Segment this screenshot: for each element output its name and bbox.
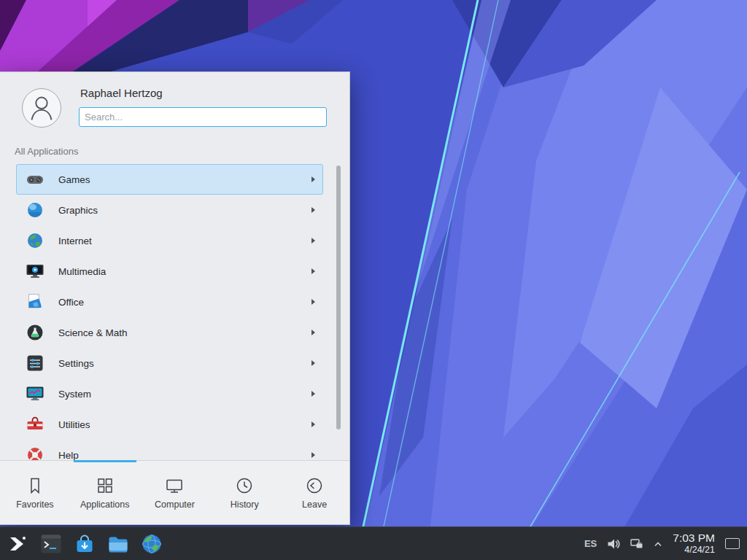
category-label: Utilities — [58, 419, 90, 430]
tab-label: Leave — [302, 499, 327, 510]
search-input[interactable] — [79, 107, 327, 127]
system-icon — [26, 384, 44, 403]
submenu-arrow-icon — [311, 421, 315, 427]
clock-date: 4/24/21 — [673, 545, 715, 556]
tab-favorites[interactable]: Favorites — [0, 461, 70, 524]
system-tray: ES — [584, 532, 747, 556]
category-label: Science & Math — [58, 327, 128, 338]
tab-leave[interactable]: Leave — [279, 461, 349, 524]
tab-label: Applications — [80, 499, 129, 510]
category-games[interactable]: Games — [16, 164, 323, 195]
category-label: Office — [58, 297, 84, 308]
digital-clock[interactable]: 7:03 PM 4/24/21 — [673, 532, 715, 556]
category-help[interactable]: Help — [16, 440, 323, 460]
category-label: Internet — [58, 236, 92, 246]
category-graphics[interactable]: Graphics — [16, 195, 323, 225]
tab-label: Favorites — [16, 499, 53, 510]
help-icon — [26, 446, 44, 460]
tab-computer[interactable]: Computer — [140, 461, 210, 524]
application-launcher-icon[interactable] — [6, 532, 29, 556]
computer-icon — [164, 475, 185, 496]
submenu-arrow-icon — [311, 268, 315, 274]
file-manager-icon[interactable] — [107, 532, 130, 556]
web-browser-icon[interactable] — [140, 532, 163, 556]
application-launcher-menu: Raphael Hertzog All Applications Game — [0, 71, 350, 525]
category-label: Help — [58, 450, 79, 461]
user-name: Raphael Hertzog — [80, 87, 163, 99]
terminal-icon[interactable] — [39, 532, 63, 556]
keyboard-layout-indicator[interactable]: ES — [584, 538, 597, 549]
wired-network-icon[interactable] — [630, 537, 643, 551]
office-icon — [26, 292, 44, 311]
tab-applications[interactable]: Applications — [70, 461, 140, 524]
submenu-arrow-icon — [311, 452, 315, 458]
category-system[interactable]: System — [16, 378, 323, 409]
software-center-icon[interactable] — [73, 532, 96, 556]
category-label: Games — [58, 174, 90, 185]
submenu-arrow-icon — [311, 299, 315, 305]
category-settings[interactable]: Settings — [16, 348, 323, 378]
internet-icon — [26, 231, 44, 250]
category-office[interactable]: Office — [16, 287, 323, 317]
tab-label: History — [231, 499, 259, 510]
scrollbar[interactable] — [336, 166, 341, 429]
category-science-math[interactable]: Science & Math — [16, 317, 323, 348]
category-label: Settings — [58, 358, 94, 369]
tab-history[interactable]: History — [209, 461, 279, 524]
category-list: Games Graphics — [0, 160, 349, 460]
category-multimedia[interactable]: Multimedia — [16, 256, 323, 287]
games-icon — [26, 170, 44, 189]
category-label: System — [58, 389, 91, 400]
submenu-arrow-icon — [311, 207, 315, 213]
bookmark-icon — [25, 475, 45, 496]
graphics-icon — [26, 201, 44, 219]
utilities-icon — [26, 415, 44, 434]
user-icon — [23, 89, 61, 127]
section-label: All Applications — [15, 146, 78, 157]
launcher-tabbar: Favorites Applications — [0, 460, 349, 524]
show-desktop-button[interactable] — [725, 538, 740, 549]
clock-time: 7:03 PM — [673, 532, 715, 545]
science-icon — [26, 323, 44, 342]
submenu-arrow-icon — [311, 238, 315, 244]
tab-label: Computer — [155, 499, 195, 510]
category-utilities[interactable]: Utilities — [16, 409, 323, 440]
taskbar: ES — [0, 526, 747, 560]
category-label: Multimedia — [58, 266, 106, 277]
leave-icon — [304, 475, 325, 496]
multimedia-icon — [26, 262, 44, 281]
submenu-arrow-icon — [311, 391, 315, 397]
volume-icon[interactable] — [607, 537, 620, 551]
submenu-arrow-icon — [311, 176, 315, 182]
category-label: Graphics — [58, 205, 98, 216]
avatar[interactable] — [22, 88, 61, 128]
settings-icon — [26, 354, 44, 373]
clock-icon — [234, 475, 255, 496]
category-internet[interactable]: Internet — [16, 225, 323, 256]
submenu-arrow-icon — [311, 360, 315, 366]
expand-panel-icon[interactable] — [654, 541, 662, 547]
submenu-arrow-icon — [311, 330, 315, 335]
grid-icon — [95, 475, 115, 496]
desktop: Raphael Hertzog All Applications Game — [0, 0, 747, 560]
